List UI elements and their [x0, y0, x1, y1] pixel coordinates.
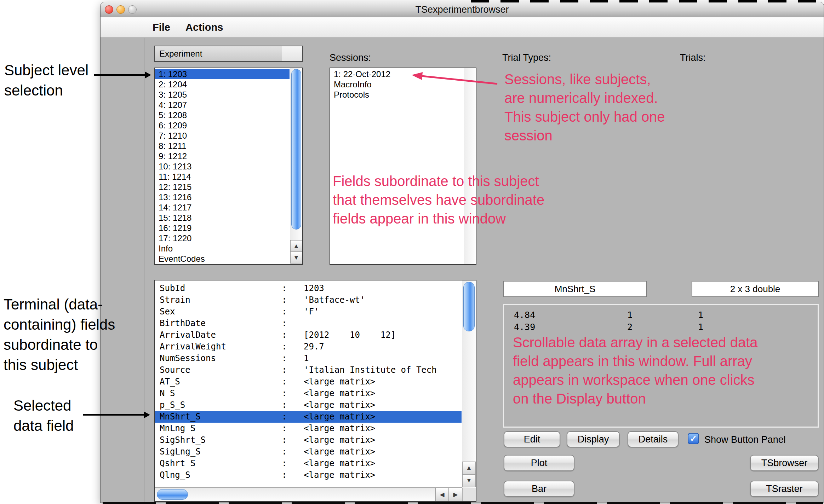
subject-list-item[interactable]: 16: 1219: [155, 223, 290, 233]
selected-field-name-box[interactable]: MnShrt_S: [503, 281, 647, 297]
subjects-scrollbar[interactable]: ▲ ▼: [290, 68, 302, 264]
array-cell: 1: [698, 321, 703, 333]
array-rows: 4.84 1 1 4.39 2 1: [504, 309, 818, 333]
subject-list-item[interactable]: 15: 1218: [155, 213, 290, 223]
popup-indicator: [282, 46, 302, 61]
field-value: <large matrix>: [304, 446, 462, 458]
subject-list-item[interactable]: 14: 1217: [155, 202, 290, 213]
fields-vscrollbar-thumb[interactable]: [463, 282, 475, 331]
field-name: BirthDate: [160, 318, 282, 329]
field-row[interactable]: ArrivalDate : [2012 10 12]: [155, 329, 462, 341]
experiment-popup[interactable]: Experiment: [154, 46, 303, 62]
array-cell: 1: [698, 309, 703, 321]
subject-list-item[interactable]: 17: 1220: [155, 233, 290, 243]
field-row[interactable]: Qshrt_S : <large matrix>: [155, 458, 462, 469]
fields-hscrollbar-thumb[interactable]: [157, 489, 188, 500]
window-controls: [105, 5, 137, 14]
fields-hscrollbar[interactable]: ◀ ▶: [155, 487, 462, 501]
subject-list-item[interactable]: Info: [155, 243, 290, 254]
subjects-listbox: 1: 12032: 12043: 12054: 12075: 12086: 12…: [154, 68, 303, 265]
field-row[interactable]: Qlng_S : <large matrix>: [155, 469, 462, 481]
field-value: <large matrix>: [304, 423, 462, 434]
field-value: 1203: [304, 283, 462, 294]
show-button-panel-checkbox[interactable]: ✓: [688, 433, 699, 444]
bar-button[interactable]: Bar: [504, 481, 574, 497]
subject-list-item[interactable]: 3: 1205: [155, 89, 290, 100]
array-cell: 2: [627, 321, 698, 333]
subject-list-item[interactable]: 7: 1210: [155, 131, 290, 141]
field-separator: :: [282, 294, 304, 306]
fields-vscrollbar[interactable]: ▲ ▼: [462, 280, 476, 488]
subject-list-item[interactable]: 13: 1216: [155, 192, 290, 202]
tsraster-button[interactable]: TSraster: [750, 481, 819, 497]
subject-list-item[interactable]: 2: 1204: [155, 79, 290, 89]
field-row[interactable]: ArrivalWeight : 29.7: [155, 341, 462, 353]
field-row[interactable]: Strain : 'Batface-wt': [155, 294, 462, 306]
menu-actions[interactable]: Actions: [185, 17, 223, 37]
subject-list-item[interactable]: EventCodes: [155, 254, 290, 264]
data-array-panel: 4.84 1 1 4.39 2 1 Scrollable data array …: [503, 304, 819, 428]
display-button[interactable]: Display: [567, 431, 620, 447]
field-row[interactable]: SubId : 1203: [155, 283, 462, 294]
field-row[interactable]: SigShrt_S : <large matrix>: [155, 434, 462, 446]
experiment-popup-label: Experiment: [159, 46, 202, 61]
field-separator: :: [282, 434, 304, 446]
scroll-up-button[interactable]: ▲: [290, 240, 302, 252]
session-list-item[interactable]: Protocols: [330, 89, 464, 100]
subject-list-item[interactable]: 9: 1212: [155, 151, 290, 161]
field-row[interactable]: MnLng_S : <large matrix>: [155, 423, 462, 434]
field-name: ArrivalWeight: [160, 341, 282, 353]
minimize-button[interactable]: [116, 5, 125, 14]
scroll-down-icon: ▼: [466, 477, 472, 484]
subjects-scrollbar-thumb[interactable]: [291, 69, 301, 230]
sessions-note-arrow: [408, 71, 504, 90]
subject-list-item[interactable]: 10: 1213: [155, 161, 290, 172]
field-separator: :: [282, 423, 304, 434]
show-button-panel-label: Show Button Panel: [704, 433, 786, 447]
subject-list-item[interactable]: 11: 1214: [155, 172, 290, 182]
field-value: <large matrix>: [304, 411, 462, 423]
field-row[interactable]: Source : 'Italian Institute of Tech: [155, 364, 462, 376]
scroll-down-button[interactable]: ▼: [290, 252, 302, 263]
zoom-button[interactable]: [128, 5, 137, 14]
subject-list-item[interactable]: 6: 1209: [155, 120, 290, 131]
menu-file[interactable]: File: [153, 17, 170, 37]
subject-list-item[interactable]: 8: 1211: [155, 141, 290, 151]
field-name: Sex: [160, 306, 282, 318]
field-value: 1: [304, 353, 462, 364]
field-value: [2012 10 12]: [304, 329, 462, 341]
field-name: Source: [160, 364, 282, 376]
fields-scroll-right-button[interactable]: ▶: [449, 488, 462, 501]
field-row[interactable]: BirthDate :: [155, 318, 462, 329]
field-row[interactable]: N_S : <large matrix>: [155, 388, 462, 399]
field-size-box: 2 x 3 double: [692, 281, 819, 297]
field-value: [304, 318, 462, 329]
array-row: 4.39 2 1: [504, 321, 818, 333]
plot-button[interactable]: Plot: [504, 455, 574, 471]
field-value: <large matrix>: [304, 469, 462, 481]
field-separator: :: [282, 411, 304, 423]
field-row[interactable]: p_S_S : <large matrix>: [155, 399, 462, 411]
subject-list-item[interactable]: 12: 1215: [155, 182, 290, 192]
field-row[interactable]: AT_S : <large matrix>: [155, 376, 462, 388]
cropped-content-artifact-bottom: [103, 502, 823, 504]
edit-button[interactable]: Edit: [504, 431, 560, 447]
close-button[interactable]: [105, 5, 113, 14]
field-row[interactable]: MnShrt_S : <large matrix>: [155, 411, 462, 423]
fields-scroll-left-button[interactable]: ◀: [435, 488, 449, 501]
details-button[interactable]: Details: [628, 431, 679, 447]
field-row[interactable]: SigLng_S : <large matrix>: [155, 446, 462, 458]
field-name: AT_S: [160, 376, 282, 388]
annotation-fields-note: Fields subordinate to this subject that …: [333, 172, 544, 228]
scroll-up-icon: ▲: [466, 464, 472, 471]
field-name: Qshrt_S: [160, 458, 282, 469]
tsbrowser-button[interactable]: TSbrowser: [750, 455, 819, 471]
field-row[interactable]: NumSessions : 1: [155, 353, 462, 364]
fields-scroll-down-button[interactable]: ▼: [462, 474, 476, 487]
subject-list-item[interactable]: 4: 1207: [155, 100, 290, 110]
field-row[interactable]: Sex : 'F': [155, 306, 462, 318]
fields-scroll-up-button[interactable]: ▲: [462, 462, 476, 474]
sessions-scrollbar-track[interactable]: [464, 68, 476, 264]
subject-list-item[interactable]: 5: 1208: [155, 110, 290, 120]
subject-list-item[interactable]: 1: 1203: [155, 69, 290, 79]
